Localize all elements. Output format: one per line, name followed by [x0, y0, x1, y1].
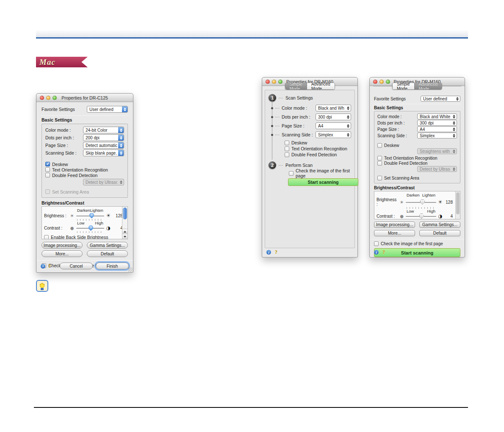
- more-button[interactable]: More...: [42, 250, 83, 257]
- checkbox-icon[interactable]: [377, 161, 382, 166]
- step2-badge: 2: [269, 161, 276, 169]
- help-icon[interactable]: ?: [382, 250, 385, 255]
- brightness-slider[interactable]: [406, 199, 436, 205]
- scanning-side-select[interactable]: Simplex: [417, 133, 457, 138]
- checkbox-icon[interactable]: [45, 173, 50, 177]
- scroll-up-icon[interactable]: [122, 229, 127, 234]
- back-side-brightness-checkbox[interactable]: Enable Back Side Brightness: [44, 235, 120, 239]
- minimize-icon[interactable]: [272, 80, 276, 84]
- sun-bright-icon: ☀: [105, 213, 112, 219]
- image-processing-button[interactable]: Image processing...: [374, 222, 415, 228]
- contrast-slider[interactable]: [76, 225, 104, 231]
- resize-grip[interactable]: [128, 267, 133, 272]
- help-icon[interactable]: ?: [48, 264, 51, 269]
- checkbox-icon[interactable]: [285, 141, 289, 145]
- scrollbar-thumb[interactable]: [123, 208, 127, 219]
- checkbox-icon[interactable]: [285, 152, 289, 157]
- tab-simple-mode[interactable]: Simple Mode: [285, 83, 307, 89]
- page-size-select[interactable]: Detect automatic...: [83, 142, 124, 149]
- close-icon[interactable]: [266, 80, 270, 84]
- sun-dim-icon: ☀: [399, 200, 405, 205]
- default-button[interactable]: Default: [419, 230, 460, 236]
- scrollbar-thumb[interactable]: [456, 192, 460, 214]
- zoom-icon[interactable]: [53, 96, 57, 100]
- checkbox-icon[interactable]: [45, 167, 50, 172]
- high-label: High: [427, 209, 435, 213]
- tick-marks: [77, 231, 103, 233]
- checkbox-checked-icon[interactable]: [45, 162, 50, 166]
- double-feed-checkbox[interactable]: Double Feed Detection: [285, 152, 352, 157]
- start-scanning-button[interactable]: Start scanning: [374, 248, 460, 257]
- brightness-slider[interactable]: [76, 213, 104, 219]
- slider-thumb[interactable]: [89, 213, 94, 219]
- color-mode-select[interactable]: Black and White: [316, 105, 351, 111]
- check-first-page-checkbox[interactable]: Check the image of the first page: [374, 241, 460, 246]
- dpi-select[interactable]: 300 dpi: [417, 120, 457, 126]
- close-icon[interactable]: [40, 96, 44, 100]
- stepper-icon: [345, 105, 351, 111]
- info-icon[interactable]: i: [266, 250, 271, 255]
- contrast-value: 4: [113, 226, 123, 230]
- page-size-label: Page Size :: [45, 143, 68, 148]
- gamma-settings-button[interactable]: Gamma Settings...: [419, 222, 460, 228]
- favorite-settings-select[interactable]: User defined: [87, 106, 128, 113]
- checkbox-icon[interactable]: [44, 235, 49, 240]
- checkbox-icon[interactable]: [377, 156, 382, 161]
- tab-advanced-mode[interactable]: Advanced Mode: [307, 83, 334, 89]
- check-first-page-checkbox[interactable]: Check the image of the first page: [289, 171, 352, 176]
- checkbox-icon[interactable]: [377, 176, 382, 180]
- deskew-checkbox[interactable]: Deskew: [285, 140, 352, 145]
- contrast-value: 4: [444, 214, 453, 219]
- checkbox-icon[interactable]: [289, 171, 294, 176]
- slider-thumb[interactable]: [419, 213, 424, 219]
- double-feed-checkbox[interactable]: Double Feed Detection: [45, 172, 124, 178]
- text-orientation-checkbox[interactable]: Text Orientation Recognition: [285, 146, 352, 151]
- scrollbar[interactable]: [122, 207, 127, 239]
- deskew-checkbox[interactable]: Deskew: [45, 161, 124, 167]
- info-icon[interactable]: i: [41, 264, 45, 269]
- gamma-settings-button[interactable]: Gamma Settings...: [87, 242, 128, 249]
- minimize-icon[interactable]: [379, 80, 384, 84]
- color-mode-label: Color mode :: [45, 127, 71, 133]
- darken-label: Darken: [407, 193, 420, 197]
- minimize-icon[interactable]: [46, 96, 50, 100]
- page-size-select[interactable]: A4: [417, 126, 457, 132]
- checkbox-icon[interactable]: [377, 143, 382, 148]
- scrollbar[interactable]: [455, 191, 460, 219]
- dpi-select[interactable]: 300 dpi: [316, 114, 351, 120]
- color-mode-select[interactable]: Black and White: [417, 114, 457, 119]
- page-size-select[interactable]: A4: [316, 122, 351, 129]
- zoom-icon[interactable]: [386, 80, 390, 84]
- favorite-settings-select[interactable]: User defined: [421, 96, 460, 102]
- scanning-side-select[interactable]: Simplex: [316, 131, 351, 138]
- text-orientation-checkbox[interactable]: Text Orientation Recognition: [377, 155, 457, 161]
- sun-dim-icon: ☀: [69, 213, 75, 218]
- color-mode-select[interactable]: 24-bit Color: [83, 127, 124, 133]
- slider-thumb[interactable]: [89, 225, 93, 231]
- slider-thumb[interactable]: [420, 199, 425, 205]
- checkbox-icon[interactable]: [285, 147, 289, 151]
- dpi-select[interactable]: 200 dpi: [83, 134, 124, 141]
- scanning-side-select[interactable]: Skip blank page...: [83, 150, 124, 156]
- deskew-checkbox[interactable]: Deskew: [377, 143, 457, 148]
- scroll-down-icon[interactable]: [122, 234, 127, 239]
- help-icon[interactable]: ?: [275, 250, 277, 255]
- double-feed-checkbox[interactable]: Double Feed Detection: [377, 161, 457, 166]
- tab-simple-mode[interactable]: Simple Mode: [393, 83, 414, 89]
- start-scanning-button[interactable]: Start scanning: [288, 178, 358, 186]
- close-icon[interactable]: [373, 80, 377, 84]
- zoom-icon[interactable]: [278, 80, 282, 84]
- default-button[interactable]: Default: [87, 250, 128, 257]
- set-scanning-area-checkbox[interactable]: Set Scanning Area: [377, 175, 457, 180]
- tab-advanced-mode[interactable]: Advanced Mode: [414, 83, 442, 89]
- image-processing-button[interactable]: Image processing...: [42, 242, 83, 249]
- contrast-slider[interactable]: [406, 213, 436, 219]
- info-icon[interactable]: i: [374, 250, 379, 255]
- checkbox-icon[interactable]: [374, 241, 379, 246]
- more-button[interactable]: More...: [374, 230, 415, 236]
- cancel-button[interactable]: Cancel: [60, 263, 93, 269]
- finish-button[interactable]: Finish: [96, 263, 129, 269]
- titlebar[interactable]: Properties for DR-C125: [36, 94, 133, 102]
- text-orientation-checkbox[interactable]: Text Orientation Recognition: [45, 167, 124, 172]
- contrast-low-icon: ●: [399, 214, 405, 219]
